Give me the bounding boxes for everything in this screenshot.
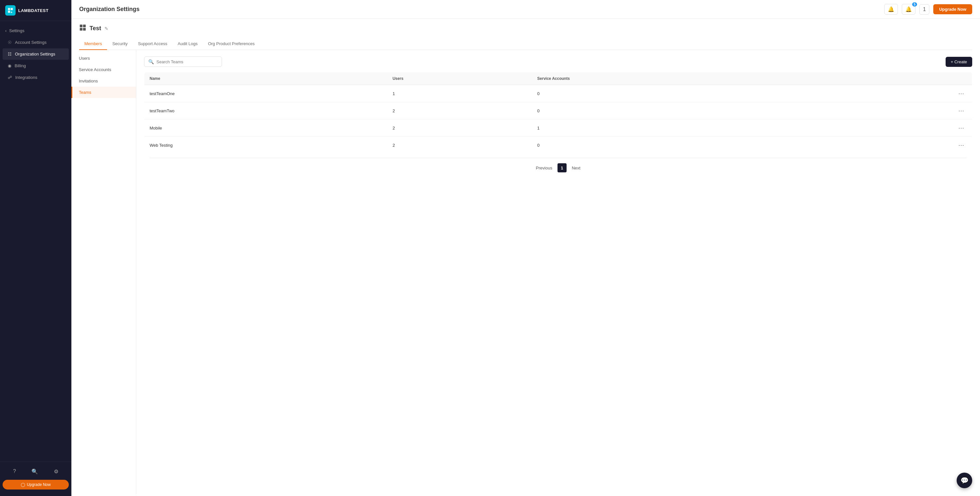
sidebar-bottom: ? 🔍 ⚙ ◯ Upgrade Now	[0, 462, 72, 496]
top-header: Organization Settings 🔔 🔔 5 1 Upgrade No…	[72, 0, 980, 19]
back-arrow-icon: ‹	[5, 28, 6, 33]
sidebar-item-label: Organization Settings	[15, 52, 55, 56]
account-settings-icon: ☉	[8, 40, 12, 45]
members-nav: Users Service Accounts Invitations Teams	[72, 50, 136, 494]
header-actions: 🔔 🔔 5 1 Upgrade Now	[884, 4, 972, 14]
tab-members[interactable]: Members	[79, 38, 107, 50]
team-service-accounts: 1	[532, 120, 825, 137]
search-input[interactable]	[156, 59, 218, 64]
sidebar-item-account-settings[interactable]: ☉ Account Settings	[3, 37, 69, 48]
notification-btn-wrapper: 🔔 5	[902, 4, 915, 14]
billing-icon: ◉	[8, 63, 11, 68]
svg-rect-2	[80, 28, 83, 30]
col-name: Name	[145, 72, 387, 85]
sidebar-back-btn[interactable]: ‹ Settings	[0, 25, 72, 37]
team-name: Mobile	[145, 120, 387, 137]
table-body: testTeamOne 1 0 ⋯ testTeamTwo 2 0	[145, 85, 972, 154]
tab-security[interactable]: Security	[107, 38, 133, 50]
nav-item-service-accounts[interactable]: Service Accounts	[72, 64, 136, 75]
org-icon	[79, 24, 86, 33]
sidebar-item-billing[interactable]: ◉ Billing	[3, 60, 69, 72]
more-options-button[interactable]: ⋯	[956, 124, 967, 132]
content-area: Test ✎ Members Security Support Access A…	[72, 19, 980, 496]
col-actions	[825, 72, 972, 85]
team-users: 2	[387, 102, 532, 120]
sidebar-upgrade-button[interactable]: ◯ Upgrade Now	[3, 480, 69, 490]
create-button[interactable]: + Create	[946, 57, 972, 67]
table-footer: Previous 1 Next	[145, 153, 972, 182]
more-options-button[interactable]: ⋯	[956, 141, 967, 149]
teams-panel: 🔍 + Create Name Users Service Accounts	[136, 50, 980, 494]
notification-icon-btn[interactable]: 🔔	[884, 4, 898, 14]
org-settings-icon: ☷	[8, 52, 12, 56]
team-actions-cell: ⋯	[825, 85, 972, 102]
team-actions-cell: ⋯	[825, 137, 972, 154]
integrations-icon: ☍	[8, 75, 12, 80]
bell-btn[interactable]: 🔔 5	[902, 4, 915, 14]
search-icon[interactable]: 🔍	[32, 469, 38, 475]
sidebar-item-label: Integrations	[15, 75, 37, 80]
table-row: Mobile 2 1 ⋯	[145, 120, 972, 137]
settings-icon[interactable]: ⚙	[54, 469, 59, 475]
upgrade-circle-icon: ◯	[21, 482, 25, 487]
team-users: 2	[387, 120, 532, 137]
team-actions-cell: ⋯	[825, 120, 972, 137]
svg-rect-0	[80, 25, 83, 27]
tabs: Members Security Support Access Audit Lo…	[79, 38, 972, 50]
org-header: Test ✎ Members Security Support Access A…	[72, 19, 980, 50]
alert-count: 1	[923, 6, 926, 12]
nav-item-teams[interactable]: Teams	[72, 87, 136, 98]
svg-rect-3	[83, 28, 86, 30]
team-service-accounts: 0	[532, 85, 825, 102]
next-page-button[interactable]: Next	[569, 164, 583, 172]
sidebar-bottom-icons: ? 🔍 ⚙	[0, 466, 72, 477]
svg-rect-1	[83, 25, 86, 27]
sidebar-item-label: Account Settings	[15, 40, 47, 45]
team-service-accounts: 0	[532, 102, 825, 120]
search-box[interactable]: 🔍	[144, 56, 222, 67]
main-content: Organization Settings 🔔 🔔 5 1 Upgrade No…	[72, 0, 980, 496]
previous-page-button[interactable]: Previous	[533, 164, 555, 172]
team-name: testTeamTwo	[145, 102, 387, 120]
tab-audit-logs[interactable]: Audit Logs	[172, 38, 202, 50]
current-page[interactable]: 1	[557, 163, 566, 172]
tab-org-product-preferences[interactable]: Org Product Preferences	[203, 38, 260, 50]
notification-badge: 5	[912, 2, 917, 6]
sidebar-nav: ‹ Settings ☉ Account Settings ☷ Organiza…	[0, 21, 72, 462]
sidebar-upgrade-label: Upgrade Now	[27, 482, 51, 487]
table-header: Name Users Service Accounts	[145, 72, 972, 85]
members-content: Users Service Accounts Invitations Teams…	[72, 50, 980, 494]
upgrade-now-button[interactable]: Upgrade Now	[933, 4, 972, 14]
team-users: 2	[387, 137, 532, 154]
tab-support-access[interactable]: Support Access	[133, 38, 172, 50]
help-icon[interactable]: ?	[13, 469, 16, 475]
nav-item-invitations[interactable]: Invitations	[72, 75, 136, 87]
teams-table: Name Users Service Accounts testTeamOne …	[144, 72, 972, 182]
team-actions-cell: ⋯	[825, 102, 972, 120]
teams-toolbar: 🔍 + Create	[144, 56, 972, 67]
chat-fab-button[interactable]: 💬	[957, 473, 972, 488]
logo[interactable]: LAMBDATEST	[0, 0, 72, 21]
more-options-button[interactable]: ⋯	[956, 107, 967, 115]
back-label: Settings	[9, 28, 24, 33]
team-name: Web Testing	[145, 137, 387, 154]
page-title: Organization Settings	[79, 6, 140, 13]
nav-item-users[interactable]: Users	[72, 53, 136, 64]
org-name-row: Test ✎	[79, 24, 972, 33]
team-users: 1	[387, 85, 532, 102]
edit-org-icon[interactable]: ✎	[105, 26, 108, 31]
sidebar-item-integrations[interactable]: ☍ Integrations	[3, 72, 69, 83]
team-name: testTeamOne	[145, 85, 387, 102]
more-options-button[interactable]: ⋯	[956, 89, 967, 98]
sidebar-item-organization-settings[interactable]: ☷ Organization Settings	[3, 48, 69, 60]
col-users: Users	[387, 72, 532, 85]
table-row: testTeamTwo 2 0 ⋯	[145, 102, 972, 120]
sidebar-item-label: Billing	[14, 63, 26, 68]
table-row: testTeamOne 1 0 ⋯	[145, 85, 972, 102]
alert-btn[interactable]: 1	[919, 4, 929, 14]
org-name: Test	[89, 25, 101, 32]
logo-text: LAMBDATEST	[18, 8, 49, 13]
chat-icon: 💬	[961, 477, 969, 484]
logo-icon	[5, 5, 16, 16]
table-row: Web Testing 2 0 ⋯	[145, 137, 972, 154]
